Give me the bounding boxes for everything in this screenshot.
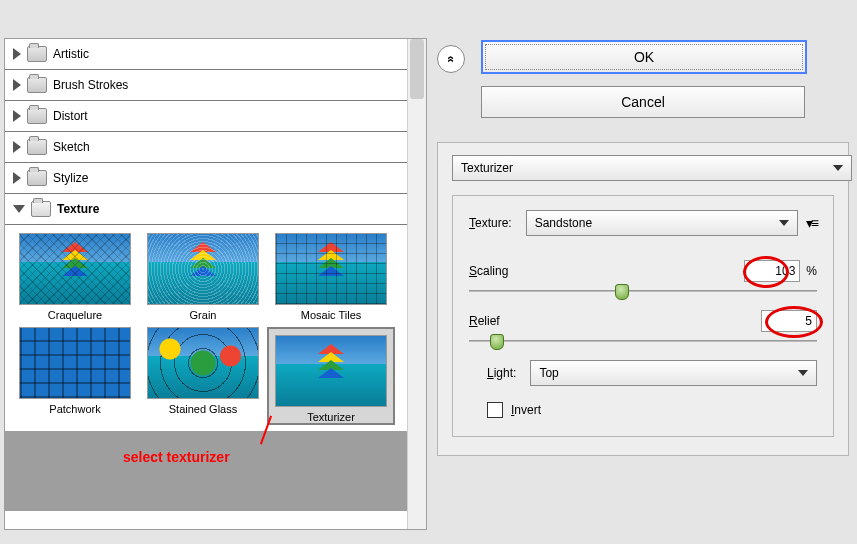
invert-checkbox[interactable]: [487, 402, 503, 418]
category-label: Brush Strokes: [53, 78, 128, 92]
cancel-button[interactable]: Cancel: [481, 86, 805, 118]
collapse-button[interactable]: «: [437, 45, 465, 73]
thumb-patchwork[interactable]: Patchwork: [11, 327, 139, 425]
scrollbar[interactable]: [407, 39, 426, 529]
filter-select-value: Texturizer: [461, 161, 513, 175]
folder-icon: [27, 170, 47, 186]
expand-icon: [13, 110, 21, 122]
slider-knob[interactable]: [615, 284, 629, 300]
thumb-image: [19, 233, 131, 305]
filter-gallery-panel: Artistic Brush Strokes Distort Sketch St: [4, 38, 427, 530]
filter-tree: Artistic Brush Strokes Distort Sketch St: [5, 39, 407, 529]
button-label: Cancel: [621, 94, 665, 110]
thumb-label: Patchwork: [11, 403, 139, 415]
category-label: Texture: [57, 202, 99, 216]
thumb-label: Grain: [139, 309, 267, 321]
chevron-down-icon: [779, 220, 789, 226]
category-label: Stylize: [53, 171, 88, 185]
category-artistic[interactable]: Artistic: [5, 39, 407, 70]
button-label: OK: [634, 49, 654, 65]
thumb-stained-glass[interactable]: Stained Glass: [139, 327, 267, 425]
category-sketch[interactable]: Sketch: [5, 132, 407, 163]
filter-settings-group: Texturizer Texture: Sandstone ▾≡ Scaling: [437, 142, 849, 456]
relief-slider[interactable]: [469, 340, 817, 342]
category-label: Sketch: [53, 140, 90, 154]
scaling-label: Scaling: [469, 264, 508, 278]
invert-row: Invert: [487, 402, 817, 418]
expand-icon: [13, 172, 21, 184]
folder-icon: [27, 108, 47, 124]
folder-open-icon: [31, 201, 51, 217]
texture-row: Texture: Sandstone ▾≡: [469, 210, 817, 236]
panel-footer: select texturizer: [5, 431, 407, 511]
category-brush-strokes[interactable]: Brush Strokes: [5, 70, 407, 101]
category-distort[interactable]: Distort: [5, 101, 407, 132]
light-label: Light:: [487, 366, 516, 380]
relief-input[interactable]: [761, 310, 817, 332]
light-value: Top: [539, 366, 558, 380]
category-label: Distort: [53, 109, 88, 123]
category-texture[interactable]: Texture: [5, 194, 407, 225]
thumb-label: Mosaic Tiles: [267, 309, 395, 321]
scaling-slider[interactable]: [469, 290, 817, 292]
light-select[interactable]: Top: [530, 360, 817, 386]
annotation-text: select texturizer: [123, 449, 230, 465]
thumb-image: [275, 233, 387, 305]
collapse-icon: «: [444, 56, 458, 63]
thumb-label: Texturizer: [269, 411, 393, 423]
flyout-menu-icon[interactable]: ▾≡: [806, 215, 817, 231]
thumb-image: [147, 233, 259, 305]
relief-label: Relief: [469, 314, 500, 328]
folder-icon: [27, 46, 47, 62]
chevron-down-icon: [833, 165, 843, 171]
expand-icon: [13, 79, 21, 91]
relief-row: Relief: [469, 310, 817, 332]
filter-select[interactable]: Texturizer: [452, 155, 852, 181]
invert-label: Invert: [511, 403, 541, 417]
thumb-image: [19, 327, 131, 399]
thumb-mosaic-tiles[interactable]: Mosaic Tiles: [267, 233, 395, 321]
expand-icon: [13, 141, 21, 153]
thumb-label: Craquelure: [11, 309, 139, 321]
texture-value: Sandstone: [535, 216, 592, 230]
texture-select[interactable]: Sandstone: [526, 210, 798, 236]
folder-icon: [27, 139, 47, 155]
slider-knob[interactable]: [490, 334, 504, 350]
texture-label: Texture:: [469, 216, 512, 230]
thumb-grain[interactable]: Grain: [139, 233, 267, 321]
texture-options: Texture: Sandstone ▾≡ Scaling %: [452, 195, 834, 437]
chevron-down-icon: [798, 370, 808, 376]
scroll-thumb[interactable]: [410, 39, 424, 99]
category-stylize[interactable]: Stylize: [5, 163, 407, 194]
thumb-image: [275, 335, 387, 407]
light-row: Light: Top: [469, 360, 817, 386]
scaling-input[interactable]: [744, 260, 800, 282]
texture-thumbnails: Craquelure Grain Mosaic Tiles: [5, 225, 407, 431]
thumb-image: [147, 327, 259, 399]
scaling-row: Scaling %: [469, 260, 817, 282]
collapse-icon: [13, 205, 25, 213]
ok-button[interactable]: OK: [481, 40, 807, 74]
category-label: Artistic: [53, 47, 89, 61]
settings-panel: « OK Cancel Texturizer Texture: Sandston…: [437, 40, 849, 456]
scaling-unit: %: [806, 264, 817, 278]
thumb-label: Stained Glass: [139, 403, 267, 415]
folder-icon: [27, 77, 47, 93]
thumb-texturizer[interactable]: Texturizer: [267, 327, 395, 425]
expand-icon: [13, 48, 21, 60]
thumb-craquelure[interactable]: Craquelure: [11, 233, 139, 321]
